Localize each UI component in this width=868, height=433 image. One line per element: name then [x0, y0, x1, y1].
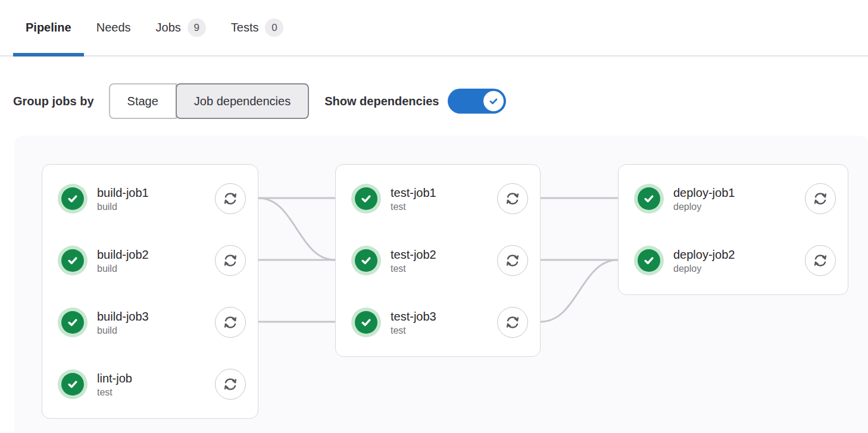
retry-job-button[interactable] [215, 307, 246, 338]
status-success-icon [351, 246, 381, 275]
job-name: build-job3 [97, 309, 149, 324]
job-link[interactable]: build-job2 build [97, 247, 149, 275]
job-stage-label: build [97, 262, 149, 275]
dependency-line [258, 198, 335, 260]
check-circle-icon [61, 187, 84, 210]
job-name: deploy-job2 [673, 247, 735, 262]
retry-icon [221, 313, 239, 331]
job-name: lint-job [97, 371, 132, 386]
retry-job-button[interactable] [497, 307, 528, 338]
tab-pipeline[interactable]: Pipeline [13, 0, 84, 55]
job-row[interactable]: build-job2 build [42, 230, 258, 291]
job-link[interactable]: deploy-job2 deploy [673, 247, 735, 275]
group-jobs-by-label: Group jobs by [13, 95, 94, 108]
check-circle-icon [61, 373, 84, 396]
job-link[interactable]: test-job2 test [391, 247, 436, 275]
job-stage-label: deploy [673, 200, 735, 213]
check-circle-icon [355, 187, 377, 210]
retry-icon [504, 190, 522, 208]
status-success-icon [351, 184, 381, 214]
retry-icon [221, 252, 239, 269]
job-name: test-job3 [391, 309, 436, 324]
job-row[interactable]: test-job1 test [336, 168, 540, 230]
status-success-icon [634, 246, 664, 275]
status-success-icon [58, 246, 88, 275]
pipeline-graph-panel: build-job1 build build-job2 build [15, 136, 868, 432]
check-circle-icon [355, 311, 377, 334]
retry-job-button[interactable] [805, 183, 836, 214]
dependency-line [541, 260, 618, 322]
group-by-job-dependencies-button[interactable]: Job dependencies [176, 83, 309, 119]
job-row[interactable]: lint-job test [42, 353, 258, 415]
tab-needs-label: Needs [96, 21, 131, 34]
tab-pipeline-label: Pipeline [26, 21, 71, 34]
status-success-icon [58, 369, 88, 399]
pipeline-stage-card: test-job1 test test-job2 test [335, 164, 541, 357]
check-circle-icon [61, 311, 84, 334]
jobs-count-badge: 9 [188, 18, 206, 37]
job-stage-label: test [391, 262, 436, 275]
job-link[interactable]: deploy-job1 deploy [673, 185, 735, 213]
job-name: build-job1 [97, 185, 149, 200]
tab-jobs[interactable]: Jobs 9 [143, 0, 218, 55]
retry-icon [221, 375, 239, 393]
job-row[interactable]: deploy-job2 deploy [619, 230, 848, 291]
job-stage-label: test [97, 386, 132, 399]
job-link[interactable]: build-job1 build [97, 185, 149, 213]
job-link[interactable]: build-job3 build [97, 309, 149, 337]
job-name: build-job2 [97, 247, 149, 262]
tab-tests[interactable]: Tests 0 [218, 0, 296, 55]
job-row[interactable]: test-job3 test [336, 291, 540, 353]
check-icon [488, 95, 499, 107]
check-circle-icon [61, 249, 84, 272]
tab-tests-label: Tests [231, 21, 259, 34]
graph-controls-row: Group jobs by Stage Job dependencies Sho… [13, 83, 868, 119]
job-name: deploy-job1 [673, 185, 735, 200]
job-stage-label: test [391, 200, 436, 213]
job-row[interactable]: build-job3 build [42, 291, 258, 353]
retry-job-button[interactable] [215, 369, 246, 400]
check-circle-icon [638, 187, 660, 210]
group-by-stage-button[interactable]: Stage [109, 83, 177, 119]
job-name: test-job1 [391, 185, 436, 200]
tab-needs[interactable]: Needs [84, 0, 143, 55]
status-success-icon [351, 308, 381, 337]
status-success-icon [634, 184, 664, 214]
job-row[interactable]: test-job2 test [336, 230, 540, 291]
retry-icon [811, 190, 829, 208]
job-link[interactable]: lint-job test [97, 371, 132, 399]
retry-job-button[interactable] [215, 183, 246, 214]
job-stage-label: build [97, 324, 149, 337]
retry-job-button[interactable] [805, 245, 836, 276]
job-stage-label: test [391, 324, 436, 337]
show-dependencies-label: Show dependencies [324, 95, 439, 108]
job-stage-label: deploy [673, 262, 735, 275]
retry-job-button[interactable] [497, 183, 528, 214]
group-by-segmented-control: Stage Job dependencies [109, 83, 310, 119]
pipeline-tab-bar: Pipeline Needs Jobs 9 Tests 0 [0, 0, 868, 57]
job-link[interactable]: test-job3 test [391, 309, 436, 337]
job-name: test-job2 [391, 247, 436, 262]
job-stage-label: build [97, 200, 149, 213]
toggle-knob [483, 91, 504, 111]
retry-job-button[interactable] [497, 245, 528, 276]
tab-jobs-label: Jobs [156, 21, 181, 34]
status-success-icon [58, 184, 88, 214]
pipeline-stage-card: deploy-job1 deploy deploy-job2 deploy [618, 164, 848, 295]
job-row[interactable]: deploy-job1 deploy [619, 168, 848, 230]
show-dependencies-toggle[interactable] [448, 89, 506, 114]
retry-icon [504, 252, 522, 269]
retry-icon [811, 252, 829, 269]
retry-icon [504, 313, 522, 331]
check-circle-icon [355, 249, 377, 272]
pipeline-stage-card: build-job1 build build-job2 build [42, 164, 258, 419]
check-circle-icon [638, 249, 660, 272]
status-success-icon [58, 308, 88, 337]
job-link[interactable]: test-job1 test [391, 185, 436, 213]
retry-icon [221, 190, 239, 208]
retry-job-button[interactable] [215, 245, 246, 276]
job-row[interactable]: build-job1 build [42, 168, 258, 230]
tests-count-badge: 0 [265, 18, 283, 37]
